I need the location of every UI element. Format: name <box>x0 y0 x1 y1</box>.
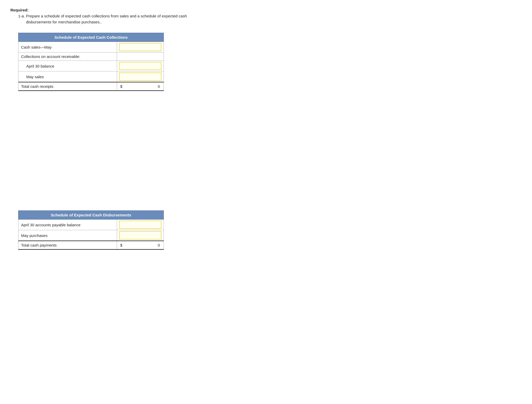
cash-sales-may-input[interactable] <box>119 43 161 51</box>
cash-sales-may-value <box>117 42 164 52</box>
may-purchases-input[interactable] <box>119 231 161 240</box>
april30-ap-balance-label: April 30 accounts payable balance <box>18 220 117 230</box>
disbursements-header: Schedule of Expected Cash Disbursements <box>18 211 164 220</box>
total-payments-value: $ 0 <box>117 241 164 249</box>
total-payments-label: Total cash payments <box>18 241 117 249</box>
may-purchases-value <box>117 230 164 241</box>
table-row: May sales <box>18 71 164 82</box>
description-line2: disbursements for merchandise purchases.… <box>26 20 102 24</box>
collections-schedule: Schedule of Expected Cash Collections Ca… <box>18 33 522 91</box>
may-sales-input[interactable] <box>119 72 161 81</box>
total-receipts-row: Total cash receipts $ 0 <box>18 82 164 91</box>
description-line1: 1-a. Prepare a schedule of expected cash… <box>18 14 187 18</box>
disbursements-schedule: Schedule of Expected Cash Disbursements … <box>18 210 522 250</box>
table-row: May purchases <box>18 230 164 241</box>
table-row: Cash sales—May <box>18 42 164 52</box>
collections-header-row: Schedule of Expected Cash Collections <box>18 33 164 42</box>
april30-ap-balance-input[interactable] <box>119 221 161 229</box>
may-sales-label: May sales <box>18 71 117 82</box>
april30-ap-balance-value <box>117 220 164 230</box>
collections-header: Schedule of Expected Cash Collections <box>18 33 164 42</box>
collections-ar-value <box>117 52 164 61</box>
total-payments-row: Total cash payments $ 0 <box>18 241 164 249</box>
total-receipts-value: $ 0 <box>117 82 164 91</box>
collections-table: Schedule of Expected Cash Collections Ca… <box>18 33 164 91</box>
total-payments-display: $ 0 <box>120 243 161 247</box>
disbursements-table: Schedule of Expected Cash Disbursements … <box>18 210 164 250</box>
total-payments-dollar: $ <box>120 243 122 247</box>
april30-balance-label: April 30 balance <box>18 61 117 71</box>
required-section: Required: 1-a. Prepare a schedule of exp… <box>10 8 522 25</box>
total-payments-number: 0 <box>122 243 161 247</box>
total-receipts-label: Total cash receipts <box>18 82 117 91</box>
april30-balance-input[interactable] <box>119 62 161 70</box>
table-row: April 30 balance <box>18 61 164 71</box>
disbursements-header-row: Schedule of Expected Cash Disbursements <box>18 211 164 220</box>
table-row: Collections on account receivable: <box>18 52 164 61</box>
may-sales-value <box>117 71 164 82</box>
required-title: Required: <box>10 8 522 12</box>
table-row: April 30 accounts payable balance <box>18 220 164 230</box>
total-receipts-display: $ 0 <box>120 84 161 89</box>
total-receipts-dollar: $ <box>120 84 122 89</box>
required-description: 1-a. Prepare a schedule of expected cash… <box>18 13 522 25</box>
spacer <box>10 107 522 210</box>
cash-sales-may-label: Cash sales—May <box>18 42 117 52</box>
total-receipts-number: 0 <box>122 84 161 89</box>
april30-balance-value <box>117 61 164 71</box>
collections-ar-label: Collections on account receivable: <box>18 52 117 61</box>
may-purchases-label: May purchases <box>18 230 117 241</box>
